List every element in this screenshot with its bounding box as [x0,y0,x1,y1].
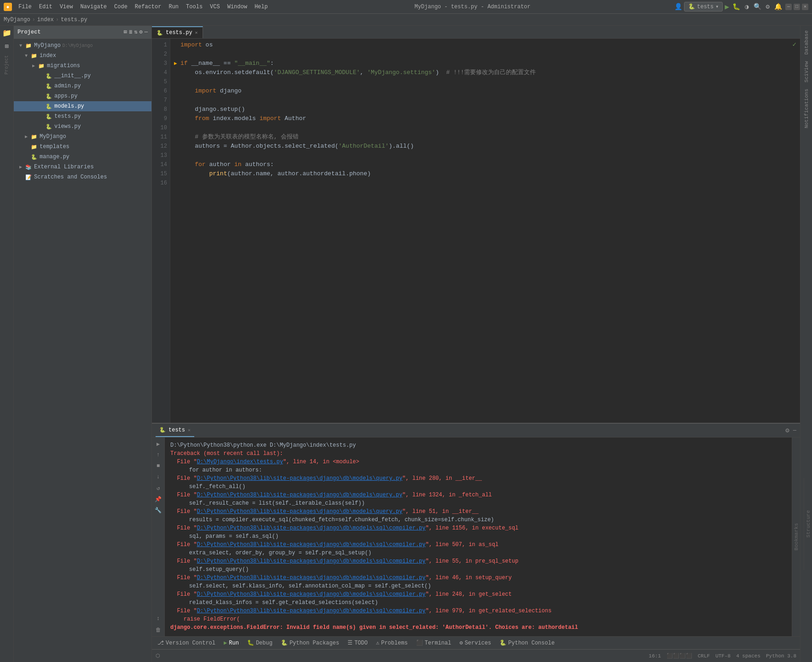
tab-terminal[interactable]: ⬛ Terminal [412,638,455,649]
tree-item-views[interactable]: ▶ 🐍 views.py [14,121,151,132]
right-panel-sciview[interactable]: SciView [803,58,810,85]
tree-label-mydjango: MyDjango [34,42,61,49]
status-charset[interactable]: UTF-8 [715,653,731,659]
run-collapse-btn[interactable]: ↕ [154,614,163,623]
menu-bar[interactable]: File Edit View Navigate Code Refactor Ru… [16,3,271,11]
window-maximize-btn[interactable]: □ [794,4,800,10]
tab-todo[interactable]: ☰ TODO [344,638,371,649]
link-compiler-248[interactable]: D:\Python\Python38\lib\site-packages\dja… [197,591,426,598]
tab-python-console[interactable]: 🐍 Python Console [496,638,558,649]
breadcrumb-mydjango[interactable]: MyDjango [4,17,30,23]
tree-item-manage[interactable]: ▶ 🐍 manage.py [14,152,151,162]
run-scroll-up-btn[interactable]: ↑ [154,450,163,460]
run-tab-close[interactable]: ✕ [188,427,191,433]
tree-item-ext-libs[interactable]: ▶ 📚 External Libraries [14,162,151,172]
run-with-coverage-btn[interactable]: ◑ [743,3,750,11]
menu-view[interactable]: View [57,3,76,11]
tab-debug[interactable]: 🐛 Debug [244,638,276,649]
link-query-1324[interactable]: D:\Python\Python38\lib\site-packages\dja… [197,492,402,498]
structure-icon[interactable]: ⊞ [1,40,12,52]
right-panel-notifications[interactable]: Notifications [803,86,810,131]
tree-item-migrations[interactable]: ▶ 📁 migrations [14,61,151,71]
project-close-icon[interactable]: — [145,29,148,35]
link-query-51[interactable]: D:\Python\Python38\lib\site-packages\dja… [197,508,402,515]
tree-item-mydjango-sub[interactable]: ▶ 📁 MyDjango [14,132,151,142]
run-trash-btn[interactable]: 🗑 [154,625,163,634]
project-settings-icon[interactable]: ⚙ [139,29,143,35]
right-panel-database[interactable]: Database [803,28,810,58]
run-side-toolbar: ▶ ↑ ■ ↓ ↺ 📌 🔧 ↕ 🗑 [152,437,165,636]
run-play-button[interactable]: ▶ [725,2,729,12]
project-collapse-icon[interactable]: ≣ [129,29,132,35]
breadcrumb-tests[interactable]: tests.py [61,17,87,23]
menu-tools[interactable]: Tools [183,3,205,11]
structure-sidebar[interactable]: Structure [804,478,812,570]
menu-help[interactable]: Help [252,3,271,11]
run-tab-tests[interactable]: 🐍 tests ✕ [156,424,194,437]
status-indent[interactable]: 4 spaces [736,653,760,659]
link-compiler-1156[interactable]: D:\Python\Python38\lib\site-packages\dja… [197,525,426,531]
run-play-side-btn[interactable]: ▶ [154,439,163,449]
tree-item-models[interactable]: ▶ 🐍 models.py [14,101,151,111]
menu-file[interactable]: File [16,3,35,11]
run-scroll-down-btn[interactable]: ↓ [154,472,163,482]
tree-item-apps[interactable]: ▶ 🐍 apps.py [14,91,151,101]
run-pin-btn[interactable]: 📌 [154,495,163,504]
status-python[interactable]: Python 3.8 [766,653,796,659]
bookmarks-sidebar[interactable]: Bookmarks [792,437,800,636]
status-vcs-icon[interactable]: ⬡ [156,653,160,659]
project-sort-icon[interactable]: ⇅ [134,29,137,35]
run-config-btn[interactable]: 🐍 tests ▾ [684,2,723,12]
run-minimize-icon[interactable]: — [793,427,796,434]
code-editor[interactable]: 12345 678910 1112131415 16 import os [152,39,800,423]
tab-close-tests[interactable]: ✕ [195,30,198,35]
link-compiler-979[interactable]: D:\Python\Python38\lib\site-packages\dja… [197,608,426,614]
tab-python-packages[interactable]: 🐍 Python Packages [277,638,343,649]
avatar-btn[interactable]: 👤 [674,3,682,11]
notification-btn[interactable]: 🔔 [773,3,783,11]
settings-btn[interactable]: ⚙ [765,3,771,11]
tab-tests-py[interactable]: 🐍 tests.py ✕ [152,26,203,38]
window-minimize-btn[interactable]: — [785,4,792,10]
status-windows-icon[interactable]: ⬛⬛⬛⬛ [667,653,692,659]
project-icon[interactable]: 📁 [1,28,12,39]
menu-navigate[interactable]: Navigate [77,3,110,11]
window-controls[interactable]: 👤 🐍 tests ▾ ▶ 🐛 ◑ 🔍 ⚙ 🔔 — □ ✕ [674,2,808,12]
menu-run[interactable]: Run [166,3,181,11]
run-wrench-btn[interactable]: 🔧 [154,506,163,515]
tab-version-control[interactable]: ⎇ Version Control [154,638,219,649]
debug-btn[interactable]: 🐛 [731,3,742,11]
menu-edit[interactable]: Edit [36,3,55,11]
link-compiler-46[interactable]: D:\Python\Python38\lib\site-packages\dja… [197,575,426,581]
menu-window[interactable]: Window [225,3,250,11]
project-panel-title: Project [17,29,122,35]
link-compiler-55[interactable]: D:\Python\Python38\lib\site-packages\dja… [197,558,426,564]
run-settings-icon[interactable]: ⚙ [785,426,789,434]
code-content[interactable]: import os ▶ if __name__ == "__main__": [170,39,800,423]
status-encoding[interactable]: CRLF [698,653,710,659]
tree-item-templates[interactable]: ▶ 📁 templates [14,142,151,152]
menu-code[interactable]: Code [111,3,130,11]
tree-item-scratches[interactable]: ▶ 📝 Scratches and Consoles [14,172,151,182]
tab-services[interactable]: ⚙ Services [456,638,495,649]
project-layout-icon[interactable]: ⊞ [124,29,127,35]
status-position[interactable]: 16:1 [649,653,661,659]
tab-run[interactable]: ▶ Run [220,638,243,649]
search-everywhere-btn[interactable]: 🔍 [752,3,763,11]
tab-problems[interactable]: ⚠ Problems [372,638,412,649]
window-close-btn[interactable]: ✕ [802,4,808,10]
tree-item-init[interactable]: ▶ 🐍 __init__.py [14,71,151,81]
console-output[interactable]: D:\Python\Python38\python.exe D:\MyDjang… [165,437,792,636]
run-stop-btn[interactable]: ■ [154,461,163,471]
link-tests[interactable]: D:\MyDjango\index\tests.py [197,459,283,465]
tree-item-tests[interactable]: ▶ 🐍 tests.py [14,111,151,121]
run-rerun-btn[interactable]: ↺ [154,484,163,493]
tree-item-mydjango[interactable]: ▼ 📁 MyDjango D:\MyDjango [14,40,151,51]
tree-item-admin[interactable]: ▶ 🐍 admin.py [14,81,151,91]
tree-item-index[interactable]: ▼ 📁 index [14,51,151,61]
link-query-280[interactable]: D:\Python\Python38\lib\site-packages\dja… [197,475,402,482]
menu-refactor[interactable]: Refactor [132,3,164,11]
link-compiler-507[interactable]: D:\Python\Python38\lib\site-packages\dja… [197,541,426,548]
menu-vcs[interactable]: VCS [207,3,223,11]
breadcrumb-index[interactable]: index [37,17,54,23]
